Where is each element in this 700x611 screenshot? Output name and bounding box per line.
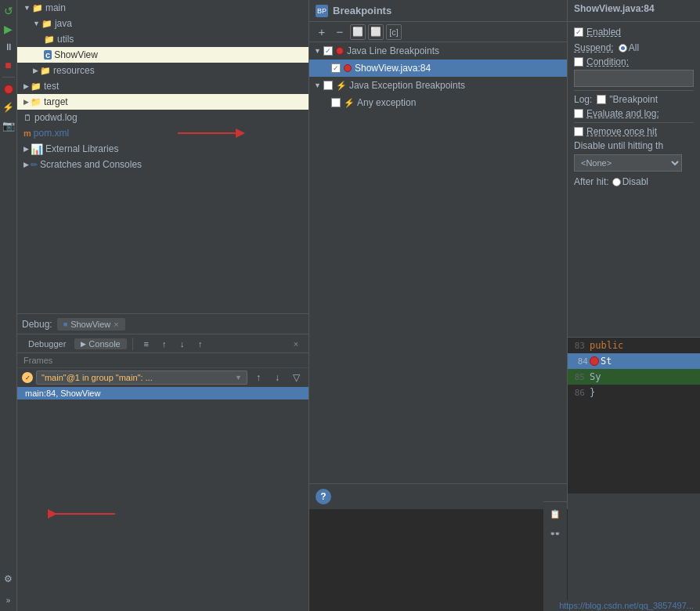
bp-rerun-btn[interactable]: [c]: [386, 24, 402, 40]
evaluate-checkbox[interactable]: [574, 109, 583, 118]
brush-icon[interactable]: ⚡: [1, 99, 16, 115]
after-hit-label: After hit:: [574, 176, 609, 187]
tree-item-target[interactable]: ▶ 📁 target: [17, 94, 309, 110]
tree-label-podwd: podwd.log: [34, 112, 78, 123]
list-view-icon[interactable]: ≡: [139, 336, 154, 352]
camera-icon[interactable]: 📷: [1, 118, 16, 133]
bp-side-copy[interactable]: 📋: [547, 505, 564, 522]
rerun-icon[interactable]: ↺: [1, 3, 16, 19]
help-button[interactable]: ?: [316, 489, 331, 504]
tree-item-test[interactable]: ▶ 📁 test: [17, 78, 309, 94]
bp-add-btn[interactable]: +: [314, 24, 330, 40]
tree-item-scratches[interactable]: ▶ ✏ Scratches and Consoles: [17, 157, 309, 172]
frame-thread-label: "main"@1 in group "main": ...: [41, 373, 153, 382]
none-select[interactable]: <None>: [574, 154, 682, 172]
tree-label-scratches: Scratches and Consoles: [40, 159, 142, 170]
props-title: ShowView.java:84: [568, 0, 700, 22]
tree-item-ext-libs[interactable]: ▶ 📊 External Libraries: [17, 141, 309, 157]
resume-icon[interactable]: ▶: [1, 21, 16, 37]
log-row: Log: "Breakpoint: [574, 94, 694, 105]
condition-row: Condition:: [574, 56, 694, 87]
step-out-icon[interactable]: ↑: [193, 336, 208, 352]
bp-item-showview[interactable]: ✓ ShowView.java:84: [309, 60, 567, 77]
disable-label: Disable until hitting th: [574, 140, 694, 151]
condition-checkbox[interactable]: [574, 57, 583, 67]
remove-once-hit-label: Remove once hit: [586, 126, 657, 137]
log-checkbox[interactable]: [597, 95, 606, 104]
bp-item-any-exception-label: Any exception: [357, 97, 416, 108]
bp-import-btn[interactable]: ⬜: [368, 24, 384, 40]
bp-item-any-exception[interactable]: ⚡ Any exception: [309, 94, 567, 111]
tree-item-java[interactable]: ▼ 📁 java: [17, 16, 309, 31]
enabled-checkbox[interactable]: ✓: [574, 27, 583, 37]
tree-label-utils: utils: [57, 34, 74, 45]
pause-icon[interactable]: ⏸: [1, 39, 16, 55]
step-into-icon[interactable]: ↓: [175, 336, 190, 352]
tree-item-utils[interactable]: 📁 utils: [17, 31, 309, 47]
frames-nav-up[interactable]: ↑: [251, 370, 266, 385]
tree-item-resources[interactable]: ▶ 📁 resources: [17, 63, 309, 78]
settings-icon[interactable]: ⚙: [1, 571, 16, 587]
remove-once-hit-row[interactable]: Remove once hit: [574, 126, 694, 137]
breakpoints-title: Breakpoints: [333, 5, 391, 16]
bp-export-btn[interactable]: ⬜: [350, 24, 366, 40]
line-num-85: 85: [568, 372, 590, 382]
frames-label: Frames: [17, 353, 309, 368]
frames-dropdown[interactable]: "main"@1 in group "main": ... ▼: [36, 371, 247, 385]
debug-toolbar: Debugger ▶ Console ≡ ↑ ↓ ↑ ×: [17, 334, 309, 353]
tree-item-main[interactable]: ▼ 📁 main: [17, 0, 309, 16]
breakpoints-panel-header: BP Breakpoints: [309, 0, 567, 22]
condition-input[interactable]: [574, 70, 694, 87]
line-content-84: St: [601, 356, 612, 367]
after-hit-disable-label: Disabl: [622, 176, 648, 187]
debug-red-circle[interactable]: [1, 81, 16, 97]
log-label: Log:: [574, 94, 592, 105]
debug-header: Debug: ■ ShowView ×: [17, 314, 309, 334]
bp-group-java-exception-header[interactable]: ▼ ⚡ Java Exception Breakpoints: [309, 77, 567, 94]
bp-tree: ▼ ✓ Java Line Breakpoints ✓ ShowView.jav…: [309, 42, 567, 483]
bp-side-glasses[interactable]: 👓: [547, 525, 564, 542]
bp-item-showview-label: ShowView.java:84: [355, 63, 431, 74]
after-hit-disable-option[interactable]: Disabl: [612, 176, 648, 187]
stop-icon[interactable]: ■: [1, 57, 16, 73]
tree-label-resources: resources: [53, 65, 95, 76]
log-checkbox-label: "Breakpoint: [609, 94, 658, 105]
tree-label-ext-libs: External Libraries: [45, 143, 118, 154]
tree-item-podwd[interactable]: 🗒 podwd.log: [17, 110, 309, 125]
tree-label-main: main: [45, 2, 66, 13]
tree-label-test: test: [44, 81, 59, 92]
debug-label: Debug:: [22, 319, 52, 330]
expand-icon[interactable]: »: [1, 592, 16, 608]
debugger-btn[interactable]: Debugger: [22, 338, 72, 349]
frames-filter[interactable]: ▽: [288, 370, 304, 385]
step-over-icon[interactable]: ↑: [157, 336, 172, 352]
line-num-83: 83: [568, 341, 590, 351]
debug-tab-showview[interactable]: ■ ShowView ×: [57, 318, 125, 331]
debug-tab-label: ShowView: [70, 320, 110, 329]
tree-item-pom[interactable]: m pom.xml: [17, 125, 309, 141]
evaluate-label: Evaluate and log:: [586, 108, 659, 119]
line-content-83: public: [590, 340, 623, 351]
close-debug-btn[interactable]: ×: [288, 336, 304, 352]
remove-once-hit-checkbox[interactable]: [574, 127, 583, 136]
line-content-86: }: [590, 387, 595, 398]
suspend-all-option[interactable]: All: [619, 42, 639, 53]
code-line-86: 86 }: [568, 385, 700, 400]
enabled-row[interactable]: ✓ Enabled: [574, 27, 694, 38]
frames-row: ✓ "main"@1 in group "main": ... ▼ ↑ ↓ ▽: [17, 368, 309, 387]
url-text: https://blog.csdn.net/qq_3857497...: [559, 601, 694, 610]
bp-toolbar: + − ⬜ ⬜ [c]: [309, 22, 567, 42]
console-btn[interactable]: ▶ Console: [74, 338, 126, 349]
tree-label-target: target: [44, 96, 68, 107]
stack-item-main[interactable]: main:84, ShowView: [17, 387, 309, 400]
breakpoints-icon: BP: [316, 5, 328, 17]
bp-group-java-line-header[interactable]: ▼ ✓ Java Line Breakpoints: [309, 42, 567, 60]
bp-remove-btn[interactable]: −: [332, 24, 348, 40]
code-line-83: 83 public: [568, 338, 700, 353]
tree-item-showview[interactable]: c ShowView: [17, 47, 309, 63]
url-bar: https://blog.csdn.net/qq_3857497...: [553, 600, 700, 611]
bp-group-java-line-label: Java Line Breakpoints: [347, 45, 439, 56]
code-line-85: 85 Sy: [568, 369, 700, 385]
debug-tab-close[interactable]: ×: [114, 320, 118, 329]
frames-nav-down[interactable]: ↓: [269, 370, 285, 385]
